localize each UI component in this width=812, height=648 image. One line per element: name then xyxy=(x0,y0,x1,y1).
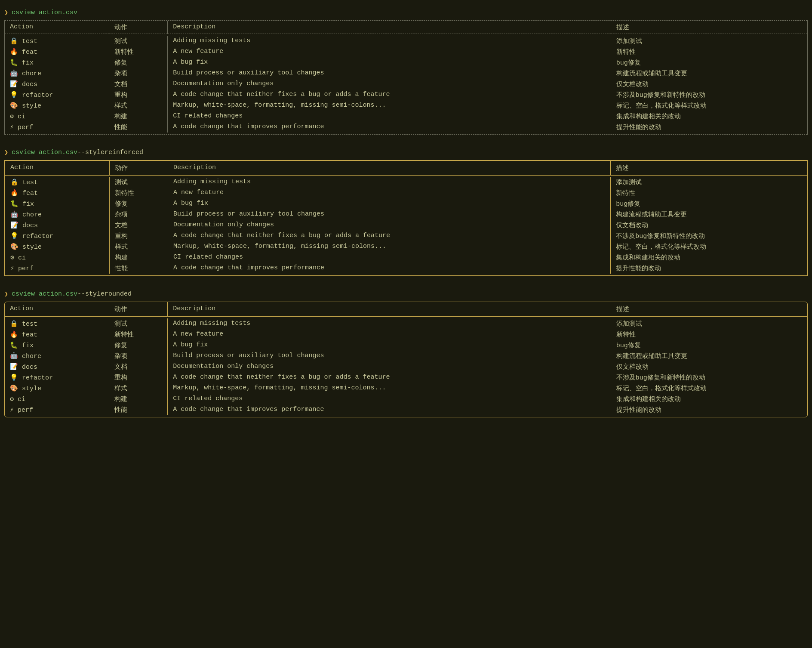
command-flag: --style xyxy=(77,290,105,298)
table-row: 🔥 feat新特性A new feature新特性 xyxy=(5,188,807,198)
command-base: csview action.csv xyxy=(12,149,77,156)
header-col-0: Action xyxy=(5,161,109,176)
table-row: 🤖 chore杂项Build process or auxiliary tool… xyxy=(5,351,807,361)
table-row: 🎨 style样式Markup, white-space, formatting… xyxy=(5,383,807,394)
cell-2-0: 🐛 fix xyxy=(5,198,109,209)
cell-1-1: 新特性 xyxy=(109,46,168,57)
cell-2-3: bug修复 xyxy=(611,57,807,68)
bottom-spacer-row xyxy=(5,274,807,275)
cell-5-2: A code change that neither fixes a bug o… xyxy=(168,89,611,100)
cell-0-1: 测试 xyxy=(109,177,168,188)
cell-0-2: Adding missing tests xyxy=(168,36,611,46)
table-header-row: Action动作Description描述 xyxy=(5,302,807,317)
cell-0-3: 添加测试 xyxy=(611,36,807,46)
cell-7-0: ⚙️ ci xyxy=(5,394,109,404)
header-col-1: 动作 xyxy=(109,161,168,176)
table-container-rounded: Action动作Description描述🔒 test测试Adding miss… xyxy=(4,302,808,417)
cell-3-1: 杂项 xyxy=(109,209,168,220)
cell-1-2: A new feature xyxy=(168,46,611,57)
header-col-3: 描述 xyxy=(611,161,807,176)
cell-6-0: 🎨 style xyxy=(5,383,109,394)
cell-8-2: A code change that improves performance xyxy=(168,122,611,133)
cell-2-2: A bug fix xyxy=(168,198,610,209)
cell-8-2: A code change that improves performance xyxy=(168,404,611,415)
table-row: ⚙️ ci构建CI related changes集成和构建相关的改动 xyxy=(5,394,807,404)
cell-7-3: 集成和构建相关的改动 xyxy=(611,252,807,263)
command-base: csview action.csv xyxy=(12,9,77,16)
header-col-0: Action xyxy=(5,302,109,317)
table-row: 💡 refactor重构A code change that neither f… xyxy=(5,89,807,100)
command-line: ❯ csview action.csv --style rounded xyxy=(4,290,808,298)
header-col-0: Action xyxy=(5,21,109,34)
cell-2-1: 修复 xyxy=(109,340,168,351)
table-row: 🤖 chore杂项Build process or auxiliary tool… xyxy=(5,68,807,79)
table-row: 📝 docs文档Documentation only changes仅文档改动 xyxy=(5,361,807,372)
cell-5-2: A code change that neither fixes a bug o… xyxy=(168,372,611,383)
cell-6-2: Markup, white-space, formatting, missing… xyxy=(168,100,611,111)
cell-7-3: 集成和构建相关的改动 xyxy=(611,111,807,122)
cell-5-3: 不涉及bug修复和新特性的改动 xyxy=(611,372,807,383)
cell-2-2: A bug fix xyxy=(168,57,611,68)
cell-5-1: 重构 xyxy=(109,89,168,100)
cell-3-2: Build process or auxiliary tool changes xyxy=(168,68,611,79)
cell-1-1: 新特性 xyxy=(109,329,168,340)
cell-7-0: ⚙️ ci xyxy=(5,111,109,122)
table-row: 🐛 fix修复A bug fixbug修复 xyxy=(5,198,807,209)
header-col-1: 动作 xyxy=(109,21,168,34)
cell-5-1: 重构 xyxy=(109,231,168,241)
cell-0-0: 🔒 test xyxy=(5,36,109,46)
table-row: ⚡ perf性能A code change that improves perf… xyxy=(5,404,807,415)
cell-3-0: 🤖 chore xyxy=(5,351,109,361)
cell-4-2: Documentation only changes xyxy=(168,220,610,231)
cell-8-3: 提升性能的改动 xyxy=(611,404,807,415)
cell-3-1: 杂项 xyxy=(109,68,168,79)
cell-2-3: bug修复 xyxy=(611,340,807,351)
table-row: 🔥 feat新特性A new feature新特性 xyxy=(5,329,807,340)
cell-7-3: 集成和构建相关的改动 xyxy=(611,394,807,404)
cell-6-0: 🎨 style xyxy=(5,241,109,252)
cell-6-3: 标记、空白，格式化等样式改动 xyxy=(611,100,807,111)
cell-1-0: 🔥 feat xyxy=(5,188,109,198)
header-col-3: 描述 xyxy=(611,21,807,34)
cell-5-3: 不涉及bug修复和新特性的改动 xyxy=(611,231,807,241)
table-row: ⚡ perf性能A code change that improves perf… xyxy=(5,263,807,274)
cell-7-2: CI related changes xyxy=(168,111,611,122)
cell-0-0: 🔒 test xyxy=(5,318,109,329)
cell-5-1: 重构 xyxy=(109,372,168,383)
cell-1-3: 新特性 xyxy=(611,46,807,57)
csv-table: Action动作Description描述🔒 test测试Adding miss… xyxy=(5,21,807,134)
bottom-spacer-row xyxy=(5,415,807,417)
cell-3-3: 构建流程或辅助工具变更 xyxy=(611,68,807,79)
command-value: reinforced xyxy=(105,149,143,156)
table-row: 🔒 test测试Adding missing tests添加测试 xyxy=(5,318,807,329)
csv-table: Action动作Description描述🔒 test测试Adding miss… xyxy=(5,302,807,417)
cell-5-0: 💡 refactor xyxy=(5,231,109,241)
cell-4-2: Documentation only changes xyxy=(168,361,611,372)
table-container-reinforced: Action动作Description描述🔒 test测试Adding miss… xyxy=(4,160,808,277)
cell-5-0: 💡 refactor xyxy=(5,372,109,383)
cell-8-0: ⚡ perf xyxy=(5,263,109,274)
cell-1-2: A new feature xyxy=(168,188,610,198)
cell-8-3: 提升性能的改动 xyxy=(611,122,807,133)
table-header-row: Action动作Description描述 xyxy=(5,21,807,34)
cell-0-2: Adding missing tests xyxy=(168,177,610,188)
cell-3-0: 🤖 chore xyxy=(5,68,109,79)
section-reinforced: ❯ csview action.csv --style reinforcedAc… xyxy=(4,148,808,277)
table-row: 🐛 fix修复A bug fixbug修复 xyxy=(5,340,807,351)
table-row: 🔒 test测试Adding missing tests添加测试 xyxy=(5,36,807,46)
cell-0-2: Adding missing tests xyxy=(168,318,611,329)
section-rounded: ❯ csview action.csv --style roundedActio… xyxy=(4,290,808,417)
cell-4-1: 文档 xyxy=(109,361,168,372)
table-row: 🎨 style样式Markup, white-space, formatting… xyxy=(5,241,807,252)
command-line: ❯ csview action.csv xyxy=(4,9,808,17)
table-row: ⚙️ ci构建CI related changes集成和构建相关的改动 xyxy=(5,111,807,122)
table-row: 🐛 fix修复A bug fixbug修复 xyxy=(5,57,807,68)
header-col-3: 描述 xyxy=(611,302,807,317)
cell-0-1: 测试 xyxy=(109,36,168,46)
table-header-row: Action动作Description描述 xyxy=(5,161,807,176)
chevron-icon: ❯ xyxy=(4,9,8,17)
cell-4-1: 文档 xyxy=(109,220,168,231)
table-row: 📝 docs文档Documentation only changes仅文档改动 xyxy=(5,79,807,89)
table-row: 💡 refactor重构A code change that neither f… xyxy=(5,231,807,241)
cell-8-1: 性能 xyxy=(109,404,168,415)
